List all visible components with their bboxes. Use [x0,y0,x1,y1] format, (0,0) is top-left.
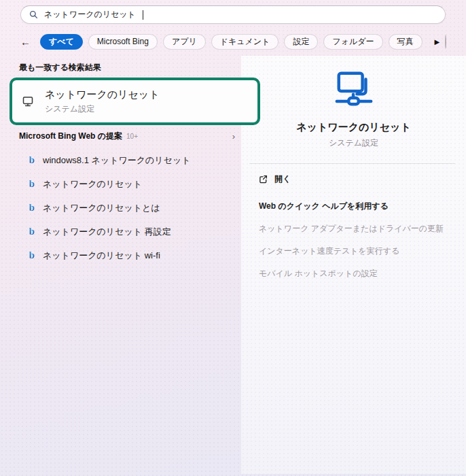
preview-subtitle: システム設定 [329,137,378,149]
back-arrow-icon[interactable]: ← [20,37,31,47]
suggestion-text: windows8.1 ネットワークのリセット [43,154,191,167]
bing-suggestions-list: b windows8.1 ネットワークのリセット b ネットワークのリセット b… [19,148,241,267]
quick-link-update-adapter[interactable]: ネットワーク アダプターまたはドライバーの更新 [259,223,452,235]
best-match-subtitle: システム設定 [45,103,160,115]
annotation-highlight-box: ネットワークのリセット システム設定 [10,78,260,125]
best-match-text: ネットワークのリセット システム設定 [45,88,160,115]
tab-apps[interactable]: アプリ [163,34,206,50]
bing-suggestion-item[interactable]: b ネットワークのリセットとは [19,196,241,220]
tab-microsoft-bing[interactable]: Microsoft Bing [88,34,158,50]
open-action[interactable]: 開く [259,173,452,185]
bing-suggestion-item[interactable]: b ネットワークのリセット [19,172,241,196]
tab-all[interactable]: すべて [40,34,83,50]
bing-icon: b [27,179,37,189]
user-avatar[interactable] [445,35,446,49]
network-reset-icon [333,68,375,110]
bing-suggestion-item[interactable]: b windows8.1 ネットワークのリセット [19,148,241,172]
bing-suggestions-count: 10+ [126,133,138,140]
bing-suggestion-item[interactable]: b ネットワークのリセット 再設定 [19,220,241,243]
suggestion-text: ネットワークのリセット 再設定 [43,226,171,238]
suggestion-text: ネットワークのリセット [43,178,142,190]
tab-settings[interactable]: 設定 [284,34,318,50]
filter-tabs-row: ← すべて Microsoft Bing アプリ ドキュメント 設定 フォルダー… [0,33,466,50]
tab-photos[interactable]: 写真 [389,34,423,50]
text-caret [143,10,143,20]
bing-suggestion-item[interactable]: b ネットワークのリセット wi-fi [19,243,241,267]
preview-actions: 開く Web のクイック ヘルプを利用する ネットワーク アダプターまたはドライ… [241,164,466,279]
preview-panel: ネットワークのリセット システム設定 開く Web のクイック ヘルプを利用する… [241,56,466,474]
bing-icon: b [27,250,37,260]
suggestion-text: ネットワークのリセット wi-fi [43,250,160,262]
bing-icon: b [27,203,37,213]
tab-documents[interactable]: ドキュメント [211,34,279,50]
tabs-overflow-icon[interactable]: ▶ [435,38,440,46]
open-label: 開く [274,173,291,185]
quick-link-mobile-hotspot[interactable]: モバイル ホットスポットの設定 [259,268,452,279]
search-flyout-window: ネットワークのリセット ← すべて Microsoft Bing アプリ ドキュ… [0,0,466,476]
preview-title: ネットワークのリセット [296,121,411,134]
chevron-right-icon[interactable]: › [232,132,235,141]
search-icon [29,10,38,19]
bing-icon: b [27,226,37,237]
suggestion-text: ネットワークのリセットとは [43,202,160,214]
search-bar-row: ネットワークのリセット [0,0,466,24]
open-external-icon [259,175,268,184]
bing-icon: b [27,155,37,165]
web-help-header: Web のクイック ヘルプを利用する [259,201,452,212]
best-match-title: ネットワークのリセット [45,88,160,101]
results-left-panel: 最も一致する検索結果 ネットワークのリセット システム設定 Microsoft … [0,56,241,474]
results-area: 最も一致する検索結果 ネットワークのリセット システム設定 Microsoft … [0,56,466,474]
search-query-text: ネットワークのリセット [44,9,136,20]
best-match-result[interactable]: ネットワークのリセット システム設定 [12,80,257,122]
quick-link-speed-test[interactable]: インターネット速度テストを実行する [259,245,452,257]
search-input[interactable]: ネットワークのリセット [20,5,446,24]
system-settings-monitor-icon [22,95,35,108]
best-match-section-title: 最も一致する検索結果 [19,62,241,73]
bing-suggestions-header: Microsoft Bing Web の提案 10+ › [19,131,241,142]
tab-folders[interactable]: フォルダー [323,34,382,50]
bing-suggestions-title: Microsoft Bing Web の提案 [19,131,122,142]
